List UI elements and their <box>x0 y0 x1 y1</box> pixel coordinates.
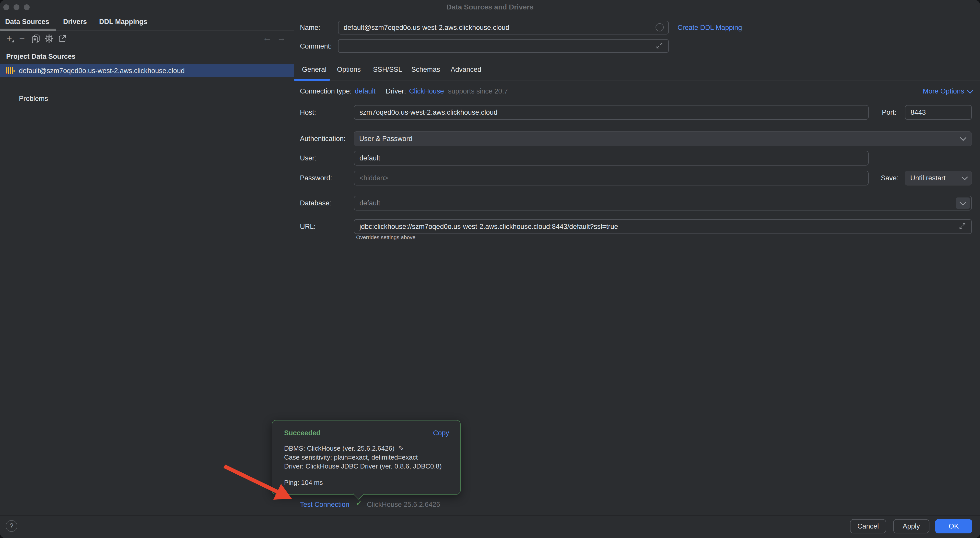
host-input[interactable] <box>354 105 869 120</box>
save-select[interactable]: Until restart <box>905 171 972 185</box>
name-progress-circle-icon <box>655 23 664 32</box>
database-combobox[interactable]: default <box>354 196 972 210</box>
connection-type-value-link[interactable]: default <box>355 88 375 95</box>
annotation-arrow <box>217 455 299 506</box>
test-connection-success-popup: Succeeded Copy DBMS: ClickHouse (ver. 25… <box>272 420 461 495</box>
project-data-sources-heading: Project Data Sources <box>6 52 76 61</box>
user-input[interactable] <box>354 151 869 166</box>
duplicate-icon <box>31 34 40 43</box>
dbms-line: DBMS: ClickHouse (ver. 25.6.2.6426) ✎ <box>284 444 404 453</box>
arrow-left-icon: ← <box>262 32 272 43</box>
forward-button[interactable]: → <box>277 33 286 43</box>
data-source-list-item[interactable]: default@szm7oqed0o.us-west-2.aws.clickho… <box>0 64 294 77</box>
port-label: Port: <box>882 108 896 117</box>
user-label: User: <box>300 154 317 163</box>
left-tabs-separator <box>0 30 294 31</box>
remove-data-source-button[interactable]: − <box>17 33 27 43</box>
chevron-down-icon <box>967 87 973 94</box>
connection-type-row: Connection type: default Driver: ClickHo… <box>300 87 508 96</box>
dropdown-corner-triangle-icon <box>11 40 14 42</box>
create-ddl-mapping-link[interactable]: Create DDL Mapping <box>678 23 742 32</box>
gear-icon <box>45 34 54 43</box>
form-active-tab-underline <box>294 79 330 81</box>
url-label: URL: <box>300 222 316 231</box>
connection-type-label: Connection type: <box>300 88 352 95</box>
tab-schemas[interactable]: Schemas <box>411 66 440 73</box>
tab-ddl-mappings[interactable]: DDL Mappings <box>99 18 147 26</box>
database-value: default <box>360 199 380 207</box>
driver-support-hint: supports since 20.7 <box>448 88 508 95</box>
authentication-select[interactable]: User & Password <box>354 131 972 146</box>
success-check-icon: ✓ <box>356 498 363 508</box>
case-sensitivity-line: Case sensitivity: plain=exact, delimited… <box>284 453 418 462</box>
success-status: Succeeded <box>284 429 321 437</box>
tab-options[interactable]: Options <box>337 66 361 73</box>
more-options-link[interactable]: More Options <box>923 87 972 96</box>
ok-button[interactable]: OK <box>935 519 972 533</box>
back-button[interactable]: ← <box>262 33 272 43</box>
copy-link[interactable]: Copy <box>433 429 449 437</box>
driver-label: Driver: <box>386 88 406 95</box>
connection-version-text: ClickHouse 25.6.2.6426 <box>367 500 440 509</box>
url-expand-icon[interactable] <box>959 222 966 230</box>
data-source-label: default@szm7oqed0o.us-west-2.aws.clickho… <box>19 67 185 75</box>
chevron-down-icon <box>960 134 966 141</box>
database-label: Database: <box>300 199 331 208</box>
tab-drivers[interactable]: Drivers <box>63 18 87 26</box>
tab-advanced[interactable]: Advanced <box>451 66 481 73</box>
help-button[interactable]: ? <box>6 520 18 532</box>
plus-icon: + <box>6 33 12 44</box>
save-label: Save: <box>881 173 899 183</box>
open-in-new-icon <box>58 34 67 43</box>
url-hint: Overrides settings above <box>356 234 415 240</box>
data-sources-dialog: Data Sources and Drivers Data Sources Dr… <box>0 0 980 538</box>
host-label: Host: <box>300 108 316 117</box>
comment-label: Comment: <box>300 41 332 51</box>
arrow-right-icon: → <box>277 32 286 43</box>
pencil-icon[interactable]: ✎ <box>398 444 404 452</box>
authentication-value: User & Password <box>359 135 413 143</box>
add-data-source-button[interactable]: + <box>4 33 14 43</box>
tab-ssh-ssl[interactable]: SSH/SSL <box>373 66 402 73</box>
question-icon: ? <box>10 522 14 530</box>
name-label: Name: <box>300 23 320 32</box>
export-button[interactable] <box>57 33 67 44</box>
name-input[interactable] <box>338 21 669 35</box>
url-input[interactable] <box>354 219 972 234</box>
clickhouse-icon <box>6 66 15 75</box>
test-connection-link[interactable]: Test Connection <box>300 500 350 509</box>
cancel-button[interactable]: Cancel <box>850 519 886 533</box>
apply-button[interactable]: Apply <box>893 519 929 533</box>
tab-data-sources[interactable]: Data Sources <box>5 18 49 26</box>
data-source-settings-button[interactable] <box>44 33 54 44</box>
port-input[interactable] <box>905 105 972 120</box>
database-chevron-button[interactable] <box>956 197 970 209</box>
authentication-label: Authentication: <box>300 134 346 143</box>
driver-value-link[interactable]: ClickHouse <box>409 88 444 95</box>
minus-icon: − <box>19 33 25 44</box>
chevron-down-icon <box>959 199 966 205</box>
comment-input[interactable] <box>338 39 669 53</box>
driver-version-line: Driver: ClickHouse JDBC Driver (ver. 0.8… <box>284 462 442 471</box>
tab-general[interactable]: General <box>302 66 326 73</box>
password-label: Password: <box>300 173 332 183</box>
duplicate-button[interactable] <box>31 33 41 44</box>
chevron-down-icon <box>961 174 968 180</box>
footer-divider <box>0 515 980 516</box>
window-title: Data Sources and Drivers <box>0 3 980 11</box>
save-value: Until restart <box>910 174 945 182</box>
password-input[interactable] <box>354 171 869 185</box>
comment-expand-icon[interactable] <box>655 41 663 49</box>
problems-label[interactable]: Problems <box>19 94 48 103</box>
